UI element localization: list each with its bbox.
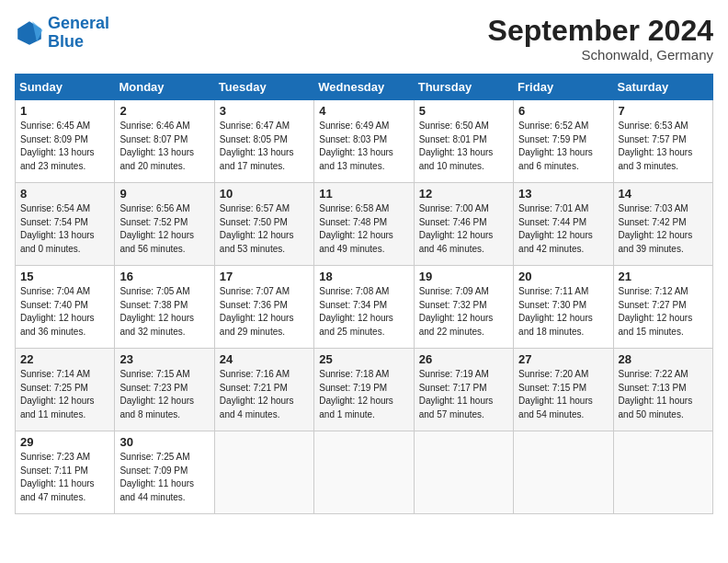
day-info: Sunrise: 7:01 AM Sunset: 7:44 PM Dayligh… xyxy=(518,202,608,256)
day-number: 16 xyxy=(119,270,209,283)
day-info: Sunrise: 6:49 AM Sunset: 8:03 PM Dayligh… xyxy=(319,120,408,173)
table-cell: 29Sunrise: 7:23 AM Sunset: 7:11 PM Dayli… xyxy=(16,431,115,514)
table-cell: 6Sunrise: 6:52 AM Sunset: 7:59 PM Daylig… xyxy=(514,100,613,183)
weekday-header-row: Sunday Monday Tuesday Wednesday Thursday… xyxy=(16,75,713,100)
table-cell: 19Sunrise: 7:09 AM Sunset: 7:32 PM Dayli… xyxy=(414,266,513,349)
day-number: 18 xyxy=(319,270,408,283)
day-info: Sunrise: 7:25 AM Sunset: 7:09 PM Dayligh… xyxy=(119,451,209,504)
day-info: Sunrise: 7:16 AM Sunset: 7:21 PM Dayligh… xyxy=(220,368,309,421)
table-cell: 12Sunrise: 7:00 AM Sunset: 7:46 PM Dayli… xyxy=(414,183,513,266)
day-number: 30 xyxy=(119,435,209,449)
logo-icon xyxy=(15,18,44,48)
header-wednesday: Wednesday xyxy=(314,75,414,100)
day-info: Sunrise: 7:20 AM Sunset: 7:15 PM Dayligh… xyxy=(518,368,608,421)
day-number: 14 xyxy=(619,187,708,201)
table-cell: 21Sunrise: 7:12 AM Sunset: 7:27 PM Dayli… xyxy=(613,266,712,349)
table-cell: 14Sunrise: 7:03 AM Sunset: 7:42 PM Dayli… xyxy=(613,183,712,266)
table-cell: 28Sunrise: 7:22 AM Sunset: 7:13 PM Dayli… xyxy=(613,349,712,431)
day-number: 13 xyxy=(518,187,608,201)
day-info: Sunrise: 7:22 AM Sunset: 7:13 PM Dayligh… xyxy=(619,368,708,421)
page-header: General Blue September 2024 Schonwald, G… xyxy=(15,15,713,63)
day-number: 28 xyxy=(619,352,708,366)
title-block: September 2024 Schonwald, Germany xyxy=(488,15,713,63)
day-number: 19 xyxy=(419,270,508,283)
table-cell: 20Sunrise: 7:11 AM Sunset: 7:30 PM Dayli… xyxy=(514,266,613,349)
table-cell: 2Sunrise: 6:46 AM Sunset: 8:07 PM Daylig… xyxy=(115,100,214,183)
day-info: Sunrise: 7:05 AM Sunset: 7:38 PM Dayligh… xyxy=(119,285,209,339)
header-sunday: Sunday xyxy=(16,75,115,100)
table-cell xyxy=(314,431,414,514)
logo: General Blue xyxy=(15,15,109,52)
day-info: Sunrise: 7:03 AM Sunset: 7:42 PM Dayligh… xyxy=(619,202,708,256)
day-number: 23 xyxy=(119,352,209,366)
table-cell: 27Sunrise: 7:20 AM Sunset: 7:15 PM Dayli… xyxy=(514,349,613,431)
day-number: 10 xyxy=(220,187,309,201)
day-number: 15 xyxy=(20,270,109,283)
day-info: Sunrise: 6:46 AM Sunset: 8:07 PM Dayligh… xyxy=(119,120,209,173)
day-number: 2 xyxy=(119,104,209,118)
header-saturday: Saturday xyxy=(613,75,712,100)
table-cell: 11Sunrise: 6:58 AM Sunset: 7:48 PM Dayli… xyxy=(314,183,414,266)
table-cell: 1Sunrise: 6:45 AM Sunset: 8:09 PM Daylig… xyxy=(16,100,115,183)
calendar-week-1: 1Sunrise: 6:45 AM Sunset: 8:09 PM Daylig… xyxy=(16,100,713,183)
header-friday: Friday xyxy=(514,75,613,100)
day-info: Sunrise: 6:45 AM Sunset: 8:09 PM Dayligh… xyxy=(20,120,109,173)
day-number: 11 xyxy=(319,187,408,201)
day-info: Sunrise: 7:08 AM Sunset: 7:34 PM Dayligh… xyxy=(319,285,408,339)
table-cell: 9Sunrise: 6:56 AM Sunset: 7:52 PM Daylig… xyxy=(115,183,214,266)
table-cell xyxy=(613,431,712,514)
day-info: Sunrise: 7:00 AM Sunset: 7:46 PM Dayligh… xyxy=(419,202,508,256)
calendar-week-4: 22Sunrise: 7:14 AM Sunset: 7:25 PM Dayli… xyxy=(16,349,713,431)
day-info: Sunrise: 7:11 AM Sunset: 7:30 PM Dayligh… xyxy=(518,285,608,339)
day-info: Sunrise: 6:47 AM Sunset: 8:05 PM Dayligh… xyxy=(220,120,309,173)
table-cell: 10Sunrise: 6:57 AM Sunset: 7:50 PM Dayli… xyxy=(214,183,313,266)
day-info: Sunrise: 6:53 AM Sunset: 7:57 PM Dayligh… xyxy=(619,120,708,173)
day-info: Sunrise: 7:14 AM Sunset: 7:25 PM Dayligh… xyxy=(20,368,109,421)
table-cell: 24Sunrise: 7:16 AM Sunset: 7:21 PM Dayli… xyxy=(214,349,313,431)
table-cell: 8Sunrise: 6:54 AM Sunset: 7:54 PM Daylig… xyxy=(16,183,115,266)
table-cell: 23Sunrise: 7:15 AM Sunset: 7:23 PM Dayli… xyxy=(115,349,214,431)
day-number: 22 xyxy=(20,352,109,366)
header-monday: Monday xyxy=(115,75,214,100)
table-cell: 18Sunrise: 7:08 AM Sunset: 7:34 PM Dayli… xyxy=(314,266,414,349)
day-number: 24 xyxy=(220,352,309,366)
day-number: 5 xyxy=(419,104,508,118)
header-thursday: Thursday xyxy=(414,75,513,100)
calendar-week-5: 29Sunrise: 7:23 AM Sunset: 7:11 PM Dayli… xyxy=(16,431,713,514)
calendar-week-2: 8Sunrise: 6:54 AM Sunset: 7:54 PM Daylig… xyxy=(16,183,713,266)
day-number: 3 xyxy=(220,104,309,118)
table-cell: 13Sunrise: 7:01 AM Sunset: 7:44 PM Dayli… xyxy=(514,183,613,266)
logo-text: General Blue xyxy=(48,15,109,52)
day-number: 26 xyxy=(419,352,508,366)
day-number: 29 xyxy=(20,435,109,449)
day-number: 12 xyxy=(419,187,508,201)
day-number: 21 xyxy=(619,270,708,283)
calendar-week-3: 15Sunrise: 7:04 AM Sunset: 7:40 PM Dayli… xyxy=(16,266,713,349)
table-cell: 3Sunrise: 6:47 AM Sunset: 8:05 PM Daylig… xyxy=(214,100,313,183)
table-cell: 30Sunrise: 7:25 AM Sunset: 7:09 PM Dayli… xyxy=(115,431,214,514)
table-cell: 22Sunrise: 7:14 AM Sunset: 7:25 PM Dayli… xyxy=(16,349,115,431)
day-number: 8 xyxy=(20,187,109,201)
page-title: September 2024 xyxy=(488,15,713,47)
table-cell: 26Sunrise: 7:19 AM Sunset: 7:17 PM Dayli… xyxy=(414,349,513,431)
table-cell xyxy=(514,431,613,514)
day-info: Sunrise: 7:19 AM Sunset: 7:17 PM Dayligh… xyxy=(419,368,508,421)
calendar-table: Sunday Monday Tuesday Wednesday Thursday… xyxy=(15,74,713,514)
day-number: 17 xyxy=(220,270,309,283)
day-info: Sunrise: 6:50 AM Sunset: 8:01 PM Dayligh… xyxy=(419,120,508,173)
table-cell: 7Sunrise: 6:53 AM Sunset: 7:57 PM Daylig… xyxy=(613,100,712,183)
day-number: 20 xyxy=(518,270,608,283)
day-info: Sunrise: 6:54 AM Sunset: 7:54 PM Dayligh… xyxy=(20,202,109,256)
day-number: 27 xyxy=(518,352,608,366)
day-info: Sunrise: 6:57 AM Sunset: 7:50 PM Dayligh… xyxy=(220,202,309,256)
day-number: 6 xyxy=(518,104,608,118)
day-info: Sunrise: 6:56 AM Sunset: 7:52 PM Dayligh… xyxy=(119,202,209,256)
day-number: 7 xyxy=(619,104,708,118)
day-number: 9 xyxy=(119,187,209,201)
header-tuesday: Tuesday xyxy=(214,75,313,100)
day-info: Sunrise: 7:07 AM Sunset: 7:36 PM Dayligh… xyxy=(220,285,309,339)
table-cell: 16Sunrise: 7:05 AM Sunset: 7:38 PM Dayli… xyxy=(115,266,214,349)
day-info: Sunrise: 6:58 AM Sunset: 7:48 PM Dayligh… xyxy=(319,202,408,256)
page-subtitle: Schonwald, Germany xyxy=(488,47,713,63)
day-info: Sunrise: 7:12 AM Sunset: 7:27 PM Dayligh… xyxy=(619,285,708,339)
